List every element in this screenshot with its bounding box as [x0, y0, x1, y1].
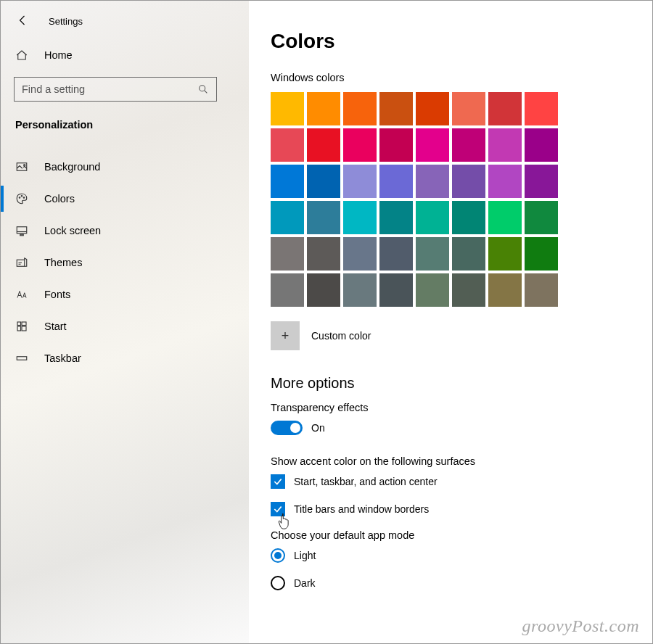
- color-swatch[interactable]: [379, 273, 413, 307]
- sidebar-item-start[interactable]: Start: [1, 310, 249, 342]
- sidebar-item-themes[interactable]: Themes: [1, 247, 249, 278]
- window-title: Settings: [49, 16, 83, 27]
- color-swatch[interactable]: [416, 92, 449, 125]
- color-swatch[interactable]: [271, 273, 304, 307]
- background-icon: [15, 160, 28, 173]
- color-swatch[interactable]: [488, 92, 522, 125]
- svg-rect-7: [20, 234, 24, 236]
- sidebar-item-background[interactable]: Background: [1, 151, 249, 183]
- svg-point-3: [19, 197, 20, 199]
- color-swatch[interactable]: [271, 201, 304, 234]
- color-swatch[interactable]: [307, 165, 340, 198]
- color-swatch[interactable]: [343, 128, 377, 162]
- svg-point-0: [200, 86, 205, 91]
- palette-label: Windows colors: [271, 72, 652, 83]
- radio-dark[interactable]: [271, 576, 285, 590]
- color-swatch[interactable]: [416, 237, 449, 271]
- color-palette: [271, 92, 652, 307]
- checkbox-title-bars[interactable]: [271, 502, 285, 516]
- color-swatch[interactable]: [307, 128, 340, 162]
- color-swatch[interactable]: [452, 92, 485, 125]
- color-swatch[interactable]: [307, 273, 340, 307]
- search-input[interactable]: [14, 77, 217, 102]
- color-swatch[interactable]: [525, 237, 558, 271]
- color-swatch[interactable]: [525, 201, 558, 234]
- color-swatch[interactable]: [525, 92, 558, 125]
- color-swatch[interactable]: [452, 237, 485, 271]
- color-swatch[interactable]: [452, 273, 485, 307]
- color-swatch[interactable]: [343, 92, 377, 125]
- color-swatch[interactable]: [343, 165, 377, 198]
- mode-dark-label: Dark: [294, 577, 316, 589]
- transparency-label: Transparency effects: [271, 402, 652, 413]
- sidebar-item-label: Themes: [44, 257, 82, 268]
- start-icon: [15, 320, 28, 333]
- svg-point-4: [21, 196, 22, 197]
- color-swatch[interactable]: [379, 165, 413, 198]
- search-icon: [197, 83, 209, 95]
- sidebar-item-taskbar[interactable]: Taskbar: [1, 342, 249, 374]
- checkbox-start-taskbar[interactable]: [271, 474, 285, 489]
- color-swatch[interactable]: [452, 201, 485, 234]
- color-swatch[interactable]: [379, 128, 413, 162]
- sidebar-item-fonts[interactable]: Fonts: [1, 278, 249, 310]
- color-swatch[interactable]: [379, 201, 413, 234]
- color-swatch[interactable]: [416, 128, 449, 162]
- mode-light-label: Light: [294, 550, 316, 561]
- color-swatch[interactable]: [416, 273, 449, 307]
- sidebar-item-label: Background: [44, 161, 100, 173]
- color-swatch[interactable]: [307, 237, 340, 271]
- color-swatch[interactable]: [525, 273, 558, 307]
- sidebar-home[interactable]: Home: [1, 39, 249, 71]
- color-swatch[interactable]: [271, 237, 304, 271]
- svg-rect-13: [17, 357, 27, 360]
- color-swatch[interactable]: [271, 165, 304, 198]
- color-swatch[interactable]: [488, 201, 522, 234]
- sidebar: Settings Home Personalization Ba: [1, 1, 249, 643]
- color-swatch[interactable]: [379, 92, 413, 125]
- color-swatch[interactable]: [343, 273, 377, 307]
- color-swatch[interactable]: [488, 165, 522, 198]
- home-icon: [15, 49, 28, 62]
- themes-icon: [15, 256, 28, 269]
- color-swatch[interactable]: [307, 201, 340, 234]
- more-options-heading: More options: [271, 375, 652, 392]
- svg-point-5: [23, 197, 25, 199]
- color-swatch[interactable]: [488, 273, 522, 307]
- color-swatch[interactable]: [271, 128, 304, 162]
- svg-rect-9: [17, 322, 21, 326]
- fonts-icon: [15, 288, 28, 301]
- color-swatch[interactable]: [452, 165, 485, 198]
- color-swatch[interactable]: [271, 92, 304, 125]
- sidebar-item-colors[interactable]: Colors: [1, 183, 249, 215]
- plus-icon: +: [282, 329, 289, 344]
- custom-color-label: Custom color: [311, 330, 371, 342]
- page-title: Colors: [271, 30, 652, 53]
- accent-surfaces-label: Show accent color on the following surfa…: [271, 455, 652, 467]
- radio-light[interactable]: [271, 548, 285, 563]
- color-swatch[interactable]: [307, 92, 340, 125]
- accent-start-label: Start, taskbar, and action center: [294, 476, 438, 487]
- color-swatch[interactable]: [488, 128, 522, 162]
- color-swatch[interactable]: [525, 128, 558, 162]
- sidebar-item-label: Lock screen: [44, 225, 101, 236]
- colors-icon: [15, 192, 28, 205]
- search-field[interactable]: [22, 83, 197, 95]
- sidebar-item-lock-screen[interactable]: Lock screen: [1, 215, 249, 247]
- svg-rect-11: [17, 326, 21, 331]
- color-swatch[interactable]: [416, 201, 449, 234]
- category-label: Personalization: [1, 107, 249, 141]
- color-swatch[interactable]: [379, 237, 413, 271]
- transparency-toggle[interactable]: [271, 421, 303, 435]
- color-swatch[interactable]: [488, 237, 522, 271]
- color-swatch[interactable]: [452, 128, 485, 162]
- color-swatch[interactable]: [343, 237, 377, 271]
- color-swatch[interactable]: [525, 165, 558, 198]
- color-swatch[interactable]: [416, 165, 449, 198]
- color-swatch[interactable]: [343, 201, 377, 234]
- back-icon[interactable]: [17, 14, 30, 29]
- custom-color-button[interactable]: +: [271, 321, 300, 350]
- svg-rect-8: [17, 260, 25, 266]
- sidebar-home-label: Home: [44, 49, 73, 61]
- lock-screen-icon: [15, 224, 28, 237]
